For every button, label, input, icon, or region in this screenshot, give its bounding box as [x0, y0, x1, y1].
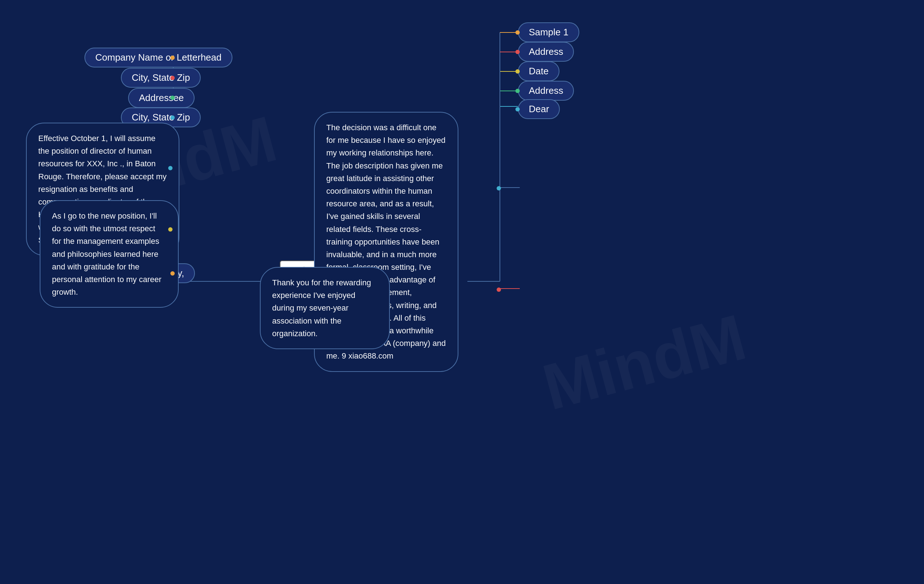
node-sample1-label: Sample 1 — [529, 27, 568, 38]
node-city2-label: City, State Zip — [132, 112, 190, 123]
dot-body2 — [168, 227, 173, 232]
watermark-2: MindM — [535, 299, 753, 424]
node-addressee-label: Addressee — [139, 92, 184, 103]
node-dear: Dear — [518, 99, 560, 119]
dot-city1 — [170, 76, 175, 80]
node-addressee: Addressee — [128, 88, 195, 108]
dot-company — [170, 56, 175, 60]
node-address2: Address — [518, 81, 574, 100]
node-address1: Address — [518, 42, 574, 62]
dot-address2 — [515, 89, 520, 93]
node-city1: City, State Zip — [121, 68, 201, 88]
node-body2-text: As I go to the new position, I'll do so … — [52, 211, 161, 296]
dot-date — [515, 69, 520, 74]
node-address2-label: Address — [529, 85, 563, 96]
node-company-label: Company Name or Letterhead — [95, 52, 222, 63]
node-body4: Thank you for the rewarding experience I… — [260, 267, 390, 349]
node-city1-label: City, State Zip — [132, 72, 190, 83]
dot-city2 — [170, 115, 175, 120]
node-address1-label: Address — [529, 46, 563, 57]
node-dear-label: Dear — [529, 104, 549, 114]
dot-body1 — [168, 166, 173, 170]
dot-sincerely — [170, 271, 175, 276]
svg-line-7 — [467, 69, 500, 281]
node-sample1: Sample 1 — [518, 22, 579, 42]
node-date-label: Date — [529, 66, 549, 76]
dot-address1 — [515, 50, 520, 54]
dot-sample1 — [515, 30, 520, 35]
node-company: Company Name or Letterhead — [84, 48, 233, 67]
dot-dear — [515, 107, 520, 112]
dot-body4 — [497, 288, 501, 292]
node-body4-text: Thank you for the rewarding experience I… — [272, 278, 371, 338]
node-body2: As I go to the new position, I'll do so … — [40, 200, 179, 308]
dot-addressee — [170, 95, 175, 100]
dot-body3 — [497, 186, 501, 191]
node-date: Date — [518, 61, 559, 81]
